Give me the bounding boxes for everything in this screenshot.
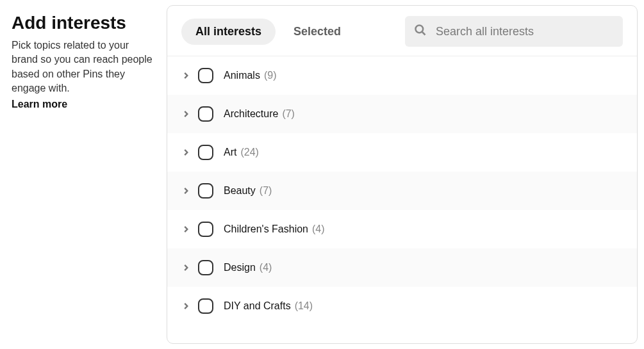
list-item: Children's Fashion (4)	[167, 210, 637, 248]
chevron-right-icon[interactable]	[179, 186, 193, 195]
checkbox[interactable]	[198, 68, 213, 83]
info-panel: Add interests Pick topics related to you…	[0, 0, 167, 349]
interests-list[interactable]: Animals (9) Architecture (7) Art (24) Be…	[167, 56, 637, 343]
page-description: Pick topics related to your brand so you…	[12, 38, 154, 96]
page-title: Add interests	[12, 13, 154, 33]
chevron-right-icon[interactable]	[179, 302, 193, 311]
chevron-right-icon[interactable]	[179, 263, 193, 272]
interest-label: Animals	[224, 70, 260, 81]
list-item: Architecture (7)	[167, 95, 637, 133]
checkbox[interactable]	[198, 183, 213, 199]
chevron-right-icon[interactable]	[179, 71, 193, 80]
interest-count: (9)	[264, 70, 277, 81]
learn-more-link[interactable]: Learn more	[12, 99, 67, 110]
interest-count: (4)	[312, 223, 325, 235]
interest-label: Architecture	[224, 108, 278, 120]
checkbox[interactable]	[198, 260, 213, 275]
list-item: Design (4)	[167, 248, 637, 287]
chevron-right-icon[interactable]	[179, 110, 193, 118]
interest-count: (14)	[295, 300, 313, 312]
search-container	[405, 16, 623, 47]
chevron-right-icon[interactable]	[179, 225, 193, 234]
checkbox[interactable]	[198, 222, 213, 237]
tab-selected[interactable]: Selected	[279, 19, 355, 45]
svg-point-0	[416, 26, 424, 33]
interest-label: Design	[224, 262, 256, 273]
tabs: All interests Selected	[181, 19, 355, 45]
interest-count: (4)	[260, 262, 272, 273]
interests-panel: All interests Selected Animals (9)	[167, 5, 638, 344]
panel-header: All interests Selected	[167, 6, 637, 56]
list-item: DIY and Crafts (14)	[167, 287, 637, 325]
tab-all-interests[interactable]: All interests	[181, 19, 276, 45]
interest-label: Art	[224, 147, 236, 158]
interest-count: (7)	[282, 108, 295, 120]
search-input[interactable]	[436, 25, 614, 38]
interest-count: (7)	[260, 185, 272, 197]
interest-label: Children's Fashion	[224, 223, 308, 235]
checkbox[interactable]	[198, 106, 213, 122]
interest-count: (24)	[240, 147, 258, 158]
interest-label: Beauty	[224, 185, 256, 197]
chevron-right-icon[interactable]	[179, 148, 193, 157]
interest-label: DIY and Crafts	[224, 300, 291, 312]
checkbox[interactable]	[198, 145, 213, 160]
checkbox[interactable]	[198, 298, 213, 314]
search-icon	[414, 24, 427, 39]
list-item: Art (24)	[167, 133, 637, 172]
list-item: Beauty (7)	[167, 172, 637, 210]
list-item: Animals (9)	[167, 56, 637, 95]
svg-line-1	[422, 32, 425, 35]
